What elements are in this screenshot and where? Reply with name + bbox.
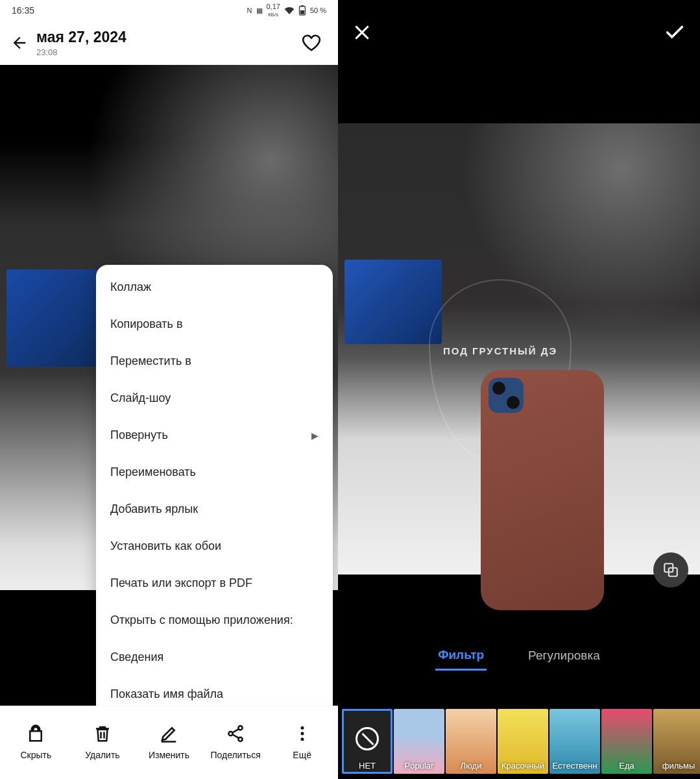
battery-pct: 50 %: [310, 6, 326, 14]
check-icon: [664, 21, 686, 43]
heart-icon: [302, 33, 321, 53]
menu-open-with[interactable]: Открыть с помощью приложения:: [96, 602, 333, 639]
filter-movies[interactable]: фильмы: [653, 709, 700, 774]
viewer-bottom-bar: Скрыть Удалить Изменить Поделиться Ещё: [0, 706, 338, 779]
menu-add-shortcut[interactable]: Добавить ярлык: [96, 491, 333, 528]
nfc-icon: N: [247, 6, 252, 14]
filter-people[interactable]: Люди: [446, 709, 496, 774]
action-share[interactable]: Поделиться: [202, 724, 269, 760]
action-edit[interactable]: Изменить: [136, 724, 202, 760]
tab-filter[interactable]: Фильтр: [435, 641, 487, 671]
viewer-header: мая 27, 2024 23:08: [0, 21, 338, 65]
menu-move-to[interactable]: Переместить в: [96, 343, 333, 380]
menu-print-export-pdf[interactable]: Печать или экспорт в PDF: [96, 565, 333, 602]
share-icon: [226, 724, 245, 743]
more-options-menu: Коллаж Копировать в Переместить в Слайд-…: [96, 265, 333, 706]
tv-in-photo: [6, 269, 110, 367]
action-hide-label: Скрыть: [20, 750, 51, 760]
photo-title-block: мая 27, 2024 23:08: [36, 29, 302, 57]
editor-photo-content: ПОД ГРУСТНЫЙ ДЭ: [338, 123, 700, 575]
trash-icon: [93, 724, 112, 743]
compare-icon: [662, 562, 679, 578]
vibrate-icon: ▦: [256, 6, 263, 15]
action-delete-label: Удалить: [85, 750, 119, 760]
status-clock: 16:35: [12, 5, 34, 16]
wifi-icon: [284, 6, 295, 14]
arrow-left-icon: [10, 34, 29, 52]
svg-point-6: [300, 726, 304, 730]
action-delete[interactable]: Удалить: [69, 724, 136, 760]
favorite-button[interactable]: [302, 33, 328, 53]
menu-collage[interactable]: Коллаж: [96, 269, 333, 306]
action-hide[interactable]: Скрыть: [3, 724, 69, 760]
more-vertical-icon: [293, 724, 312, 743]
svg-rect-2: [300, 10, 304, 14]
photo-editor-pane: ПОД ГРУСТНЫЙ ДЭ Фильтр Регулировка НЕТ P…: [338, 0, 700, 779]
menu-set-wallpaper[interactable]: Установить как обои: [96, 528, 333, 565]
menu-rename[interactable]: Переименовать: [96, 454, 333, 491]
menu-copy-to[interactable]: Копировать в: [96, 306, 333, 343]
edit-icon: [159, 724, 178, 743]
net-speed: 0,17 КБ/s: [267, 3, 280, 18]
filter-food[interactable]: Еда: [601, 709, 652, 774]
filter-popular[interactable]: Popular: [394, 709, 444, 774]
photo-date: мая 27, 2024: [36, 29, 302, 46]
status-bar: 16:35 N ▦ 0,17 КБ/s 50 %: [0, 0, 338, 21]
menu-show-filename[interactable]: Показать имя файла: [96, 676, 333, 706]
menu-slideshow[interactable]: Слайд-шоу: [96, 380, 333, 417]
action-more-label: Ещё: [293, 750, 311, 760]
gallery-viewer-pane: 16:35 N ▦ 0,17 КБ/s 50 % мая 27, 2024 23…: [0, 0, 338, 779]
action-share-label: Поделиться: [210, 750, 260, 760]
no-filter-icon: [356, 727, 379, 750]
svg-rect-1: [301, 5, 304, 6]
tv-in-photo: [344, 260, 442, 344]
svg-point-5: [238, 737, 242, 741]
phone-camera-module: [489, 378, 524, 413]
chevron-right-icon: ▶: [311, 430, 319, 441]
filter-natural[interactable]: Естественн: [549, 709, 600, 774]
svg-point-7: [300, 732, 304, 736]
editor-tabs: Фильтр Регулировка: [338, 633, 700, 678]
svg-point-8: [300, 737, 304, 741]
action-more[interactable]: Ещё: [269, 724, 335, 760]
lock-icon: [26, 724, 45, 743]
photo-time: 23:08: [36, 47, 302, 57]
menu-details[interactable]: Сведения: [96, 639, 333, 676]
compare-original-button[interactable]: [653, 552, 688, 587]
editor-canvas[interactable]: ПОД ГРУСТНЫЙ ДЭ: [338, 65, 700, 633]
filter-strip[interactable]: НЕТ Popular Люди Красочный Естественн Ед…: [338, 678, 700, 779]
back-button[interactable]: [10, 34, 36, 52]
menu-rotate[interactable]: Повернуть▶: [96, 417, 333, 454]
phone-in-photo: [481, 370, 604, 610]
status-icons: N ▦ 0,17 КБ/s 50 %: [247, 3, 326, 18]
battery-icon: [298, 5, 306, 16]
filter-colorful[interactable]: Красочный: [498, 709, 548, 774]
editor-header: [338, 0, 700, 65]
apply-editor-button[interactable]: [664, 21, 686, 43]
close-icon: [352, 23, 372, 42]
glass-inscription: ПОД ГРУСТНЫЙ ДЭ: [443, 345, 557, 356]
filter-none[interactable]: НЕТ: [342, 709, 392, 774]
close-editor-button[interactable]: [352, 23, 372, 42]
svg-point-4: [238, 726, 242, 730]
tab-adjust[interactable]: Регулировка: [525, 642, 603, 669]
action-edit-label: Изменить: [149, 750, 189, 760]
